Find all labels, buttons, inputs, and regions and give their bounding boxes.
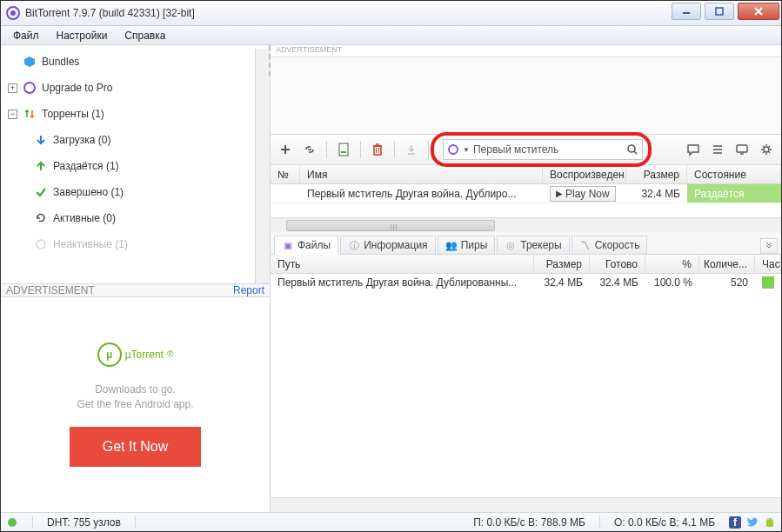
sidebar-label: Активные (0): [53, 212, 116, 224]
app-icon: [6, 6, 20, 20]
sidebar-item-torrents[interactable]: − Торренты (1): [1, 101, 255, 127]
col-path[interactable]: Путь: [271, 255, 534, 273]
tab-peers[interactable]: 👥Пиры: [438, 236, 496, 254]
col-done[interactable]: Готово: [590, 255, 645, 273]
sidebar-label: Раздаётся (1): [53, 160, 119, 172]
ad-line1: Downloads to go.: [77, 382, 193, 397]
cell-path: Первый мститель Другая война. Дублирован…: [271, 276, 534, 289]
close-button[interactable]: [738, 3, 779, 20]
col-bar[interactable]: Час: [755, 255, 781, 273]
sidebar-label: Загрузка (0): [53, 134, 111, 146]
bundles-icon: [23, 55, 37, 69]
utorrent-logo: µ µTorrent®: [97, 342, 174, 367]
grid-hscroll[interactable]: [271, 217, 781, 232]
separator: [360, 141, 361, 158]
search-input[interactable]: [473, 143, 623, 156]
file-grid-hscroll[interactable]: [271, 497, 781, 512]
tab-trackers[interactable]: ◎Трекеры: [497, 236, 569, 254]
sidebar-tree: Bundles + Upgrade to Pro − Торренты (1) …: [1, 45, 270, 283]
cell-pieces: 520: [699, 276, 755, 289]
trackers-icon: ◎: [505, 239, 517, 251]
cell-state: Раздаётся: [687, 184, 781, 203]
sidebar-item-active[interactable]: Активные (0): [1, 205, 255, 231]
tab-speed[interactable]: 〽Скорость: [571, 236, 648, 254]
ad-report-link[interactable]: Report: [233, 284, 264, 296]
facebook-icon[interactable]: f: [729, 516, 741, 529]
sidebar-item-bundles[interactable]: Bundles: [1, 49, 255, 75]
ad-brand: µTorrent: [125, 349, 164, 361]
col-name[interactable]: Имя: [300, 165, 543, 183]
tabs-overflow-button[interactable]: [760, 238, 778, 254]
ad-header: ADVERTISEMENT Report: [1, 283, 270, 297]
col-pieces[interactable]: Количе...: [699, 255, 755, 273]
sidebar-item-completed[interactable]: Завершено (1): [1, 179, 255, 205]
ad-suffix: ®: [167, 349, 173, 359]
sidebar-resize-handle[interactable]: [269, 45, 272, 76]
sidebar-label: Upgrade to Pro: [42, 82, 112, 94]
search-icon[interactable]: [626, 143, 638, 156]
sidebar-item-seeding[interactable]: Раздаётся (1): [1, 153, 255, 179]
progress-bar: [762, 276, 774, 289]
titlebar: BitTorrent 7.9.7 (build 42331) [32-bit]: [1, 1, 781, 26]
sidebar-label: Bundles: [42, 56, 79, 68]
android-icon[interactable]: [764, 516, 776, 529]
sidebar-item-upgrade[interactable]: + Upgrade to Pro: [1, 75, 255, 101]
peers-icon: 👥: [445, 239, 458, 251]
collapse-icon[interactable]: −: [8, 110, 17, 119]
torrent-grid-body: Первый мститель Другая война. Дублиро...…: [271, 184, 781, 217]
window-controls: [670, 1, 781, 25]
net-down: П: 0.0 КБ/с В: 788.9 МБ: [473, 516, 585, 529]
download-icon: [34, 133, 48, 147]
maximize-button[interactable]: [705, 3, 734, 20]
col-pct[interactable]: %: [645, 255, 699, 273]
social-icons: f: [729, 516, 776, 529]
col-play[interactable]: Воспроизведен...: [543, 165, 626, 183]
svg-point-13: [764, 147, 769, 152]
cell-pct: 100.0 %: [645, 276, 699, 289]
torrent-row[interactable]: Первый мститель Другая война. Дублиро...…: [271, 184, 781, 203]
chat-button[interactable]: [684, 140, 703, 159]
dht-status: DHT: 755 узлов: [47, 516, 121, 529]
pro-icon: [23, 81, 37, 95]
ad-cta-button[interactable]: Get It Now: [70, 427, 202, 467]
col-size[interactable]: Размер: [626, 165, 687, 183]
play-now-button[interactable]: ▶ Play Now: [550, 186, 616, 202]
list-view-button[interactable]: [708, 140, 727, 159]
col-state[interactable]: Состояние: [687, 165, 781, 183]
file-row[interactable]: Первый мститель Другая война. Дублирован…: [271, 274, 781, 291]
delete-button[interactable]: [368, 140, 387, 159]
create-torrent-button[interactable]: [334, 140, 353, 159]
dropdown-icon[interactable]: ▼: [463, 146, 470, 154]
tab-info[interactable]: ⓘИнформация: [340, 236, 435, 254]
tab-files[interactable]: ▣Файлы: [274, 236, 338, 255]
menu-settings[interactable]: Настройки: [50, 28, 115, 43]
refresh-icon: [34, 211, 48, 225]
col-fsize[interactable]: Размер: [534, 255, 590, 273]
search-engine-icon[interactable]: [447, 143, 459, 156]
svg-rect-3: [716, 8, 723, 15]
svg-point-10: [449, 145, 458, 154]
minimize-button[interactable]: [672, 3, 701, 20]
ad-body: µ µTorrent® Downloads to go. Get the fre…: [1, 297, 270, 512]
play-label: Play Now: [565, 188, 610, 200]
cell-done: 32.4 МБ: [590, 276, 645, 289]
add-torrent-button[interactable]: [276, 140, 295, 159]
menu-help[interactable]: Справка: [117, 28, 172, 43]
svg-rect-17: [766, 521, 773, 527]
sidebar-item-download[interactable]: Загрузка (0): [1, 127, 255, 153]
start-button[interactable]: [402, 140, 421, 159]
menu-file[interactable]: Файл: [6, 28, 46, 43]
twitter-icon[interactable]: [746, 516, 759, 529]
svg-point-14: [8, 518, 17, 527]
col-num[interactable]: №: [271, 165, 300, 183]
scroll-thumb[interactable]: [286, 220, 495, 231]
svg-point-18: [767, 518, 768, 519]
settings-button[interactable]: [757, 140, 776, 159]
expand-icon[interactable]: +: [8, 83, 17, 93]
search-box[interactable]: ▼: [443, 139, 643, 160]
sidebar-item-inactive[interactable]: Неактивные (1): [1, 231, 255, 257]
add-url-button[interactable]: [300, 140, 319, 159]
remote-button[interactable]: [732, 140, 752, 159]
svg-rect-2: [683, 12, 690, 14]
sidebar-scrollbar[interactable]: [255, 49, 270, 283]
